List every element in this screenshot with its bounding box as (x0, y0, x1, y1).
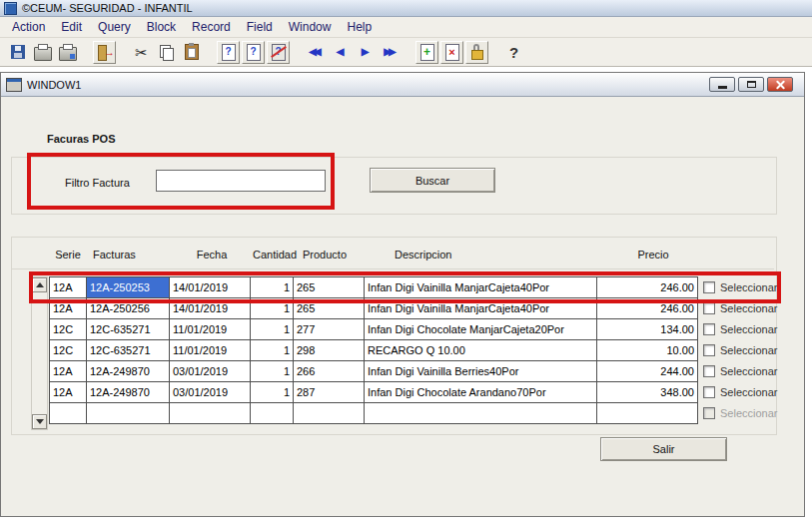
menu-item-record[interactable]: Record (184, 18, 239, 36)
cell-serie[interactable]: 12A (49, 297, 87, 319)
cell-producto[interactable]: 265 (293, 297, 365, 319)
application-window: ©CEUM- SEGURIDAD - INFANTIL Action Edit … (0, 0, 812, 525)
menu-item-help[interactable]: Help (339, 18, 380, 36)
cell-precio[interactable]: 246.00 (596, 297, 698, 319)
paste-icon[interactable] (180, 41, 203, 64)
delete-record-icon[interactable]: × (440, 41, 463, 64)
copy-icon[interactable] (155, 41, 178, 64)
cell-descripcion[interactable]: Infan Digi Chocolate ManjarCajeta20Por (364, 318, 597, 340)
cell-producto[interactable]: 265 (293, 276, 365, 298)
cell-producto[interactable]: 287 (293, 381, 365, 403)
cell-serie[interactable]: 12A (49, 381, 87, 403)
cell-descripcion[interactable]: RECARGO Q 10.00 (364, 339, 597, 361)
cut-icon[interactable]: ✂ (130, 41, 153, 64)
cell-fecha[interactable]: 14/01/2019 (169, 297, 251, 319)
scroll-down-button[interactable] (32, 414, 47, 429)
enter-query-icon[interactable]: ? (217, 41, 240, 64)
cell-cantidad[interactable]: 1 (250, 276, 294, 298)
cell-producto[interactable] (293, 402, 365, 424)
menu-item-action[interactable]: Action (4, 18, 53, 36)
cell-factura[interactable] (86, 402, 170, 424)
cell-producto[interactable]: 298 (293, 339, 365, 361)
cell-cantidad[interactable]: 1 (250, 360, 294, 382)
cell-cantidad[interactable] (250, 402, 294, 424)
salir-button[interactable]: Salir (600, 437, 727, 461)
menu-item-edit[interactable]: Edit (53, 18, 90, 36)
cell-serie[interactable]: 12A (49, 360, 87, 382)
print-icon[interactable] (31, 41, 54, 64)
cell-factura[interactable]: 12C-635271 (86, 318, 170, 340)
cell-factura[interactable]: 12C-635271 (86, 339, 170, 361)
cell-fecha[interactable]: 11/01/2019 (169, 318, 251, 340)
cell-cantidad[interactable]: 1 (250, 381, 294, 403)
app-titlebar[interactable]: ©CEUM- SEGURIDAD - INFANTIL (0, 0, 812, 17)
lock-record-icon[interactable] (465, 41, 488, 64)
cell-descripcion[interactable]: Infan Digi Chocolate Arandano70Por (364, 381, 597, 403)
menu-item-block[interactable]: Block (139, 18, 184, 36)
cell-factura[interactable]: 12A-249870 (86, 381, 170, 403)
menu-item-window[interactable]: Window (281, 18, 340, 36)
next-record-icon[interactable]: ▶ (354, 41, 377, 64)
cell-factura[interactable]: 12A-250253 (86, 276, 170, 298)
execute-query-icon[interactable]: ? (242, 41, 265, 64)
cell-producto[interactable]: 277 (293, 318, 365, 340)
help-icon[interactable]: ? (502, 41, 525, 64)
insert-record-icon[interactable]: + (415, 41, 438, 64)
seleccionar-checkbox[interactable] (703, 323, 715, 335)
cell-serie[interactable]: 12C (49, 339, 87, 361)
cell-precio[interactable]: 134.00 (596, 318, 698, 340)
cell-descripcion[interactable] (364, 402, 597, 424)
seleccionar-checkbox[interactable] (703, 302, 715, 314)
maximize-button[interactable] (738, 77, 764, 92)
cancel-query-icon[interactable]: ? (267, 41, 290, 64)
cell-serie[interactable]: 12A (49, 276, 87, 298)
cell-cantidad[interactable]: 1 (250, 318, 294, 340)
cell-descripcion[interactable]: Infan Digi Vainilla Berries40Por (364, 360, 597, 382)
filtro-factura-input[interactable] (156, 170, 326, 192)
cell-fecha[interactable]: 03/01/2019 (169, 360, 251, 382)
seleccionar-checkbox[interactable] (703, 407, 715, 419)
buscar-button[interactable]: Buscar (370, 168, 495, 193)
seleccionar-checkbox[interactable] (703, 281, 715, 293)
cell-fecha[interactable]: 03/01/2019 (169, 381, 251, 403)
print-preview-icon[interactable] (56, 41, 79, 64)
close-button[interactable] (767, 77, 793, 92)
cell-precio[interactable]: 10.00 (596, 339, 698, 361)
cell-producto[interactable]: 266 (293, 360, 365, 382)
toolbar: → ✂ ? ? ? ◀◀ ◀ ▶ ▶▶ + × ? (0, 38, 812, 67)
cell-precio[interactable]: 246.00 (596, 276, 698, 298)
cell-precio[interactable]: 244.00 (596, 360, 698, 382)
seleccionar-checkbox[interactable] (703, 365, 715, 377)
cell-cantidad[interactable]: 1 (250, 339, 294, 361)
exit-icon[interactable]: → (93, 41, 116, 64)
seleccionar-label: Seleccionar (720, 386, 777, 398)
minimize-button[interactable] (709, 77, 735, 92)
cell-factura[interactable]: 12A-250256 (86, 297, 170, 319)
cell-descripcion[interactable]: Infan Digi Vainilla ManjarCajeta40Por (364, 297, 597, 319)
header-serie: Serie (49, 247, 87, 262)
cell-fecha[interactable]: 14/01/2019 (169, 276, 251, 298)
previous-record-icon[interactable]: ◀ (329, 41, 352, 64)
insert-sheet-icon: + (420, 44, 434, 61)
menu-item-field[interactable]: Field (239, 18, 281, 36)
cell-cantidad[interactable]: 1 (250, 297, 294, 319)
cell-fecha[interactable]: 11/01/2019 (169, 339, 251, 361)
cell-descripcion[interactable]: Infan Digi Vainilla ManjarCajeta40Por (364, 276, 597, 298)
right-arrow-icon: ▶ (362, 47, 370, 57)
cell-precio[interactable] (596, 402, 698, 424)
menu-item-query[interactable]: Query (90, 18, 139, 36)
seleccionar-checkbox[interactable] (703, 386, 715, 398)
save-icon[interactable] (6, 41, 29, 64)
first-record-icon[interactable]: ◀◀ (304, 41, 327, 64)
cell-serie[interactable] (49, 402, 87, 424)
cell-factura[interactable]: 12A-249870 (86, 360, 170, 382)
record-scrollbar[interactable] (31, 276, 48, 430)
scroll-up-button[interactable] (32, 277, 47, 292)
cell-precio[interactable]: 348.00 (596, 381, 698, 403)
seleccionar-checkbox[interactable] (703, 344, 715, 356)
last-record-icon[interactable]: ▶▶ (379, 41, 402, 64)
window1-titlebar[interactable]: WINDOW1 (1, 73, 804, 97)
cell-serie[interactable]: 12C (49, 318, 87, 340)
header-descripcion: Descripcion (369, 247, 602, 262)
cell-fecha[interactable] (169, 402, 251, 424)
